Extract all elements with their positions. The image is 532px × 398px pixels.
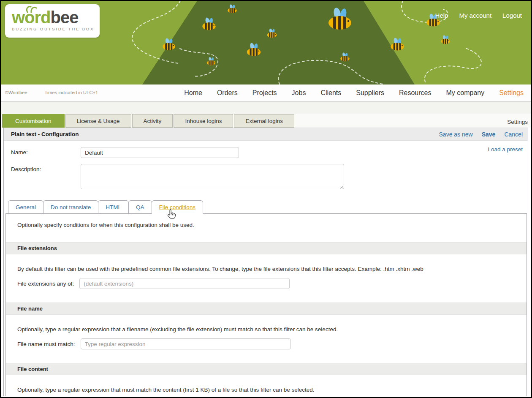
load-preset-link[interactable]: Load a preset [488,146,523,153]
topbar-meta: ©Wordbee Times indicated in UTC+1 [5,90,98,95]
main-navigation: Home Orders Projects Jobs Clients Suppli… [184,85,524,101]
file-name-label: File name must match: [17,341,75,347]
config-actions: Save as new Save Cancel [439,131,528,138]
tab-customisation[interactable]: Customisation [2,114,65,128]
help-link[interactable]: Help [435,12,448,19]
file-conditions-panel: Optionally specify conditions for when t… [5,213,527,396]
settings-tabs: Customisation License & Usage Activity I… [2,114,294,128]
file-name-title: File name [6,305,43,312]
account-links: Help My account Logout [435,12,522,19]
logo-antennae-icon [24,5,37,13]
file-content-title: File content [6,366,48,372]
page: wordbee BUZZING OUTSIDE THE BOX Help My … [0,0,532,398]
file-extensions-description: By default this filter can be used with … [6,254,527,272]
description-row: Description: [4,164,528,189]
tab-inhouse-logins[interactable]: Inhouse logins [174,114,233,128]
file-extensions-section-bar: File extensions [6,242,527,254]
file-name-row: File name must match: [6,338,527,349]
cancel-button[interactable]: Cancel [504,131,523,138]
banner-trapezoid [142,1,415,85]
topbar: ©Wordbee Times indicated in UTC+1 Home O… [1,85,531,102]
nav-item-my-company[interactable]: My company [446,89,484,97]
copyright-label: ©Wordbee [5,90,27,95]
config-form: Load a preset Name: Description: [4,141,528,189]
file-extensions-label: File extensions any of: [17,281,74,287]
settings-tabs-row: Customisation License & Usage Activity I… [1,114,531,128]
file-content-section-bar: File content [6,363,527,375]
nav-item-orders[interactable]: Orders [217,89,238,97]
file-content-description: Optionally, type a regular expression th… [6,375,527,393]
config-subtabs: General Do not translate HTML QA File co… [8,200,528,214]
nav-item-home[interactable]: Home [184,89,202,97]
nav-item-settings[interactable]: Settings [499,89,524,97]
nav-item-resources[interactable]: Resources [399,89,431,97]
save-button[interactable]: Save [482,131,496,138]
banner: wordbee BUZZING OUTSIDE THE BOX Help My … [1,1,531,85]
file-extensions-title: File extensions [6,245,57,251]
file-name-section-bar: File name [6,303,527,315]
logo-tagline: BUZZING OUTSIDE THE BOX [12,27,100,31]
logout-link[interactable]: Logout [502,12,522,19]
file-name-description: Optionally, type a regular expression th… [6,315,527,333]
file-extensions-row: File extensions any of: [6,278,527,289]
settings-context-label: Settings [507,119,528,125]
nav-item-projects[interactable]: Projects [252,89,277,97]
description-textarea[interactable] [81,164,344,189]
nav-item-clients[interactable]: Clients [320,89,341,97]
file-conditions-intro: Optionally specify conditions for when t… [6,214,527,228]
nav-item-suppliers[interactable]: Suppliers [356,89,384,97]
bee-icon [441,35,450,44]
description-label: Description: [4,164,81,172]
subtab-do-not-translate[interactable]: Do not translate [43,200,98,214]
logo-bee: bee [51,8,79,27]
logo-text: wordbee [12,8,100,26]
name-input[interactable] [81,147,239,158]
name-row: Name: [4,147,528,158]
subtab-general[interactable]: General [8,200,43,214]
bee-icon [391,37,404,51]
file-extensions-input[interactable] [79,278,290,289]
wordbee-logo: wordbee BUZZING OUTSIDE THE BOX [5,4,100,38]
subtab-html[interactable]: HTML [98,200,129,214]
tab-activity[interactable]: Activity [132,114,173,128]
config-header-bar: Plain text - Configuration Save as new S… [4,128,528,141]
timezone-note: Times indicated in UTC+1 [45,90,98,95]
content-wrapper: Plain text - Configuration Save as new S… [3,128,528,396]
subtab-file-conditions[interactable]: File conditions [152,200,203,214]
file-name-input[interactable] [81,338,291,349]
subtab-qa[interactable]: QA [128,200,152,214]
tab-license-usage[interactable]: License & Usage [65,114,131,128]
spacer-band [1,102,531,114]
nav-item-jobs[interactable]: Jobs [292,89,306,97]
save-as-new-button[interactable]: Save as new [439,131,473,138]
tab-external-logins[interactable]: External logins [234,114,294,128]
my-account-link[interactable]: My account [459,12,491,19]
page-title: Plain text - Configuration [4,131,79,137]
name-label: Name: [4,147,81,155]
